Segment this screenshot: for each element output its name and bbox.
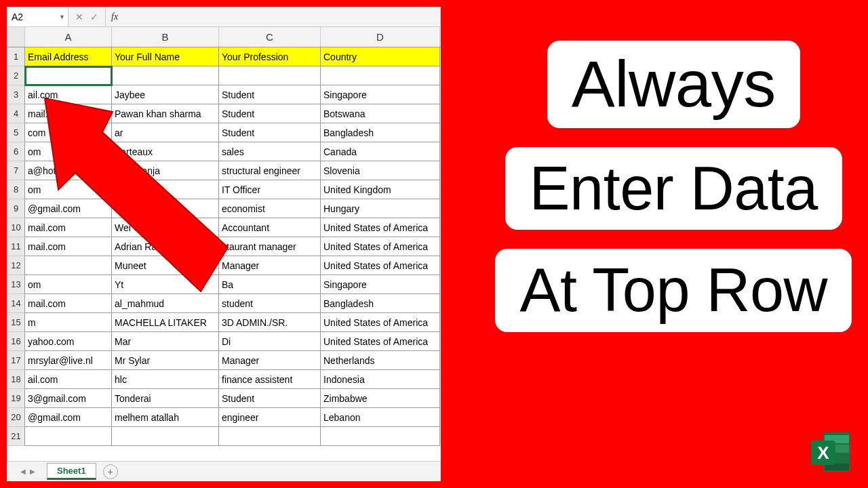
cell[interactable]: Singapore <box>321 85 440 104</box>
cell[interactable]: Indonesia <box>321 370 440 389</box>
cell[interactable]: MACHELLA LITAKER <box>112 313 219 332</box>
cell[interactable]: sales <box>219 142 321 161</box>
cell[interactable]: mail.com <box>25 237 112 256</box>
cell[interactable]: Bangladesh <box>321 294 440 313</box>
cell[interactable]: ar <box>112 123 219 142</box>
cell[interactable] <box>112 66 219 85</box>
cell[interactable]: com <box>25 123 112 142</box>
cell[interactable]: Ba <box>219 275 321 294</box>
cell[interactable]: finance assistent <box>219 370 321 389</box>
cell[interactable]: melhem atallah <box>112 408 219 427</box>
cell[interactable]: Accountant <box>219 218 321 237</box>
row-header[interactable]: 9 <box>7 199 25 218</box>
cell[interactable]: United States of America <box>321 256 440 275</box>
cell[interactable]: Jaybee <box>112 85 219 104</box>
row-header[interactable]: 19 <box>7 389 25 408</box>
cell[interactable]: Mil <box>112 180 219 199</box>
cell[interactable]: n Kravanja <box>112 161 219 180</box>
cell[interactable]: Di <box>219 332 321 351</box>
cell[interactable]: Your Profession <box>219 47 321 66</box>
cell[interactable]: mail.com <box>25 294 112 313</box>
cell[interactable]: Botswana <box>321 104 440 123</box>
cell[interactable]: mail.com <box>25 218 112 237</box>
cell[interactable]: @gmail.com <box>25 408 112 427</box>
row-header[interactable]: 15 <box>7 313 25 332</box>
row-header[interactable]: 17 <box>7 351 25 370</box>
fx-label[interactable]: fx <box>106 12 118 22</box>
cell[interactable]: Canada <box>321 142 440 161</box>
tab-nav[interactable]: ◀ ▶ <box>20 468 35 475</box>
cell[interactable]: Singapore <box>321 275 440 294</box>
cell[interactable]: m <box>25 313 112 332</box>
cell[interactable]: 3D ADMIN./SR. <box>219 313 321 332</box>
add-sheet-button[interactable]: + <box>103 464 118 479</box>
row-header[interactable]: 21 <box>7 427 25 446</box>
row-header[interactable]: 2 <box>7 66 25 85</box>
cell[interactable]: economist <box>219 199 321 218</box>
row-header[interactable]: 12 <box>7 256 25 275</box>
cell[interactable]: ail.com <box>25 85 112 104</box>
cell[interactable]: Student <box>219 123 321 142</box>
row-header[interactable]: 1 <box>7 47 25 66</box>
tab-next-icon[interactable]: ▶ <box>30 468 35 475</box>
cell[interactable]: Your Full Name <box>112 47 219 66</box>
cell[interactable]: student <box>219 294 321 313</box>
cell[interactable]: United States of America <box>321 313 440 332</box>
row-header[interactable]: 13 <box>7 275 25 294</box>
cell[interactable]: Yt <box>112 275 219 294</box>
row-header[interactable]: 16 <box>7 332 25 351</box>
cell[interactable]: United States of America <box>321 237 440 256</box>
row-header[interactable]: 7 <box>7 161 25 180</box>
cell[interactable] <box>25 427 112 446</box>
cell[interactable]: Szogh <box>112 199 219 218</box>
cell[interactable]: Bangladesh <box>321 123 440 142</box>
spreadsheet-grid[interactable]: 1Email AddressYour Full NameYour Profess… <box>7 47 441 461</box>
column-header[interactable]: D <box>321 27 440 47</box>
cell[interactable]: om <box>25 275 112 294</box>
cell[interactable] <box>219 66 321 85</box>
row-header[interactable]: 5 <box>7 123 25 142</box>
cell[interactable]: mail.co <box>25 104 112 123</box>
cell[interactable]: Adrian Ramirez <box>112 237 219 256</box>
cell[interactable]: Manager <box>219 256 321 275</box>
cell[interactable]: a@hotmail. <box>25 161 112 180</box>
cell[interactable] <box>321 66 440 85</box>
cell[interactable]: Barteaux <box>112 142 219 161</box>
name-box[interactable]: A2 ▼ <box>7 7 68 26</box>
cell[interactable]: United States of America <box>321 332 440 351</box>
row-header[interactable]: 10 <box>7 218 25 237</box>
cell[interactable]: IT Officer <box>219 180 321 199</box>
row-header[interactable]: 4 <box>7 104 25 123</box>
cell[interactable]: Student <box>219 104 321 123</box>
sheet-tab[interactable]: Sheet1 <box>47 463 96 480</box>
row-header[interactable]: 14 <box>7 294 25 313</box>
cell[interactable]: Hungary <box>321 199 440 218</box>
row-header[interactable]: 8 <box>7 180 25 199</box>
name-box-dropdown-icon[interactable]: ▼ <box>59 14 65 20</box>
confirm-icon[interactable]: ✓ <box>90 12 98 22</box>
cell[interactable]: yahoo.com <box>25 332 112 351</box>
cell[interactable]: 3@gmail.com <box>25 389 112 408</box>
row-header[interactable]: 18 <box>7 370 25 389</box>
row-header[interactable]: 6 <box>7 142 25 161</box>
column-header[interactable]: A <box>25 27 112 47</box>
cell[interactable]: Tonderai <box>112 389 219 408</box>
cell[interactable]: Lebanon <box>321 408 440 427</box>
column-header[interactable]: C <box>219 27 321 47</box>
cell[interactable] <box>25 256 112 275</box>
cell[interactable]: mrsylar@live.nl <box>25 351 112 370</box>
select-all-corner[interactable] <box>7 27 25 47</box>
cell[interactable]: United Kingdom <box>321 180 440 199</box>
cancel-icon[interactable]: ✕ <box>75 12 83 22</box>
cell[interactable]: Netherlands <box>321 351 440 370</box>
cell[interactable] <box>219 427 321 446</box>
cell[interactable]: Muneet <box>112 256 219 275</box>
cell[interactable]: Student <box>219 389 321 408</box>
cell[interactable] <box>321 427 440 446</box>
cell[interactable]: Manager <box>219 351 321 370</box>
cell[interactable] <box>112 427 219 446</box>
row-header[interactable]: 20 <box>7 408 25 427</box>
cell[interactable]: Student <box>219 85 321 104</box>
cell[interactable]: staurant manager <box>219 237 321 256</box>
row-header[interactable]: 11 <box>7 237 25 256</box>
